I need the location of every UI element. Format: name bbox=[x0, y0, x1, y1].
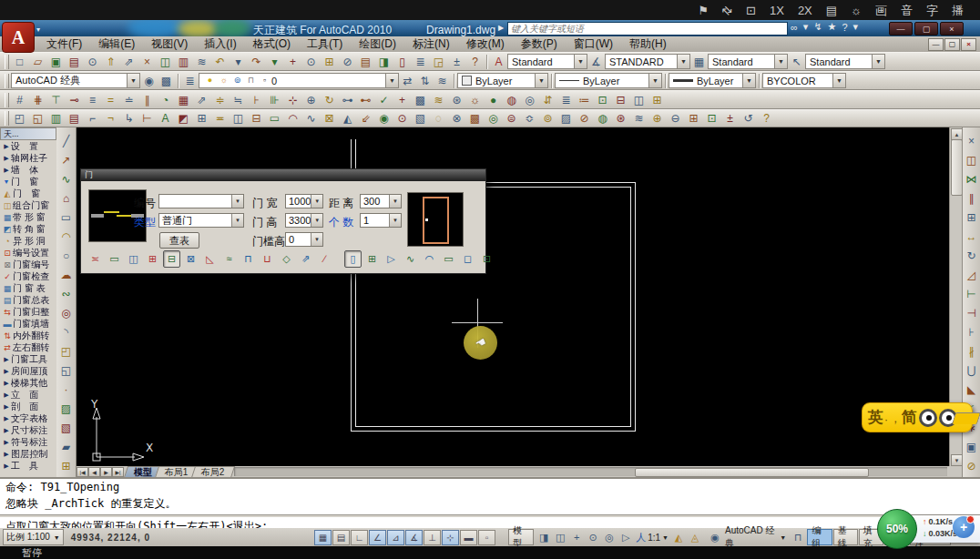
drawing-canvas[interactable]: ☚ Y X 门 编号 ▼ bbox=[77, 127, 949, 466]
dropdown-arrow-icon[interactable]: ▼ bbox=[127, 74, 139, 87]
dropdown-arrow-icon[interactable]: ▼ bbox=[574, 55, 587, 68]
tarch-tool-icon[interactable]: # bbox=[11, 91, 28, 108]
ducs-toggle[interactable]: ⊥ bbox=[424, 530, 441, 545]
pan-icon[interactable]: + bbox=[568, 530, 585, 544]
toolbar-grip[interactable] bbox=[5, 55, 9, 69]
dropdown-arrow-icon[interactable]: ▼ bbox=[774, 55, 787, 68]
standard-tool-icon[interactable]: ◫ bbox=[157, 53, 174, 70]
dropdown-arrow-icon[interactable]: ▼ bbox=[648, 74, 661, 87]
sidebar-item[interactable]: ◩转 角 窗 bbox=[0, 223, 56, 235]
layer-previous-icon[interactable]: ⇅ bbox=[416, 72, 434, 89]
showmotion-icon[interactable]: ▷ bbox=[618, 530, 634, 544]
layer-color-swatch[interactable]: ▫ bbox=[258, 72, 271, 89]
expand-arrow-icon[interactable]: ▶ bbox=[2, 451, 11, 458]
door-height-combo[interactable]: 3300▼ bbox=[285, 213, 323, 228]
standard-tool-icon[interactable]: ? bbox=[466, 53, 484, 70]
help-icon[interactable]: ? bbox=[842, 22, 847, 33]
expanded-arrow-icon[interactable]: ▼ bbox=[2, 178, 11, 185]
expand-arrow-icon[interactable]: ▶ bbox=[2, 368, 11, 375]
point-icon[interactable]: · bbox=[57, 380, 76, 399]
tarch-tool-icon[interactable]: ⊘ bbox=[576, 110, 593, 127]
rectangle-icon[interactable]: ▭ bbox=[57, 208, 76, 227]
steering-wheel-icon[interactable]: ◎ bbox=[601, 530, 618, 544]
annotate-icon[interactable]: ⊡ bbox=[746, 5, 756, 16]
expand-arrow-icon[interactable]: ▶ bbox=[2, 155, 11, 162]
sidebar-item[interactable]: ▼门 窗 bbox=[0, 176, 56, 188]
expand-arrow-icon[interactable]: ▶ bbox=[2, 439, 11, 446]
trim-icon[interactable]: ⊣ bbox=[963, 303, 980, 322]
screen-menu-header[interactable]: 天... bbox=[0, 127, 56, 140]
expand-arrow-icon[interactable]: ▶ bbox=[2, 380, 11, 387]
workspace-combo[interactable]: AutoCAD 经典▼ bbox=[11, 73, 140, 88]
standard-tool-icon[interactable]: ↶ bbox=[211, 53, 229, 70]
snap-toggle[interactable]: ▦ bbox=[314, 530, 332, 545]
tarch-tool-icon[interactable]: ● bbox=[485, 91, 502, 108]
tarch-tool-icon[interactable]: ▭ bbox=[266, 110, 283, 127]
tarch-tool-icon[interactable]: ↺ bbox=[740, 110, 757, 127]
search-input[interactable] bbox=[507, 22, 788, 36]
insert-mode-icon[interactable]: ⊔ bbox=[259, 250, 276, 268]
lwt-toggle[interactable]: ▬ bbox=[460, 530, 477, 545]
menu-item[interactable]: 插入(I) bbox=[196, 36, 244, 52]
insert-mode-icon[interactable]: ⇗ bbox=[297, 250, 314, 268]
tarch-tool-icon[interactable]: ⊖ bbox=[667, 110, 684, 127]
standard-tool-icon[interactable]: ⇗ bbox=[120, 53, 138, 70]
expand-arrow-icon[interactable]: ▶ bbox=[2, 167, 11, 174]
sidebar-item[interactable]: ▦门 窗 表 bbox=[0, 282, 56, 294]
insert-mode-icon[interactable]: ∕ bbox=[316, 250, 333, 268]
standard-tool-icon[interactable]: ◨ bbox=[375, 53, 393, 70]
standard-tool-icon[interactable]: ⊞ bbox=[321, 53, 338, 70]
expand-arrow-icon[interactable]: ▶ bbox=[2, 143, 11, 150]
otrack-toggle[interactable]: ∡ bbox=[405, 530, 423, 545]
standard-tool-icon[interactable]: ▣ bbox=[47, 53, 65, 70]
tab-layout2[interactable]: 布局2 bbox=[190, 466, 234, 478]
menu-item[interactable]: 窗口(W) bbox=[566, 36, 621, 52]
sidebar-item[interactable]: ⇄左右翻转 bbox=[0, 341, 56, 353]
tarch-tool-icon[interactable]: ⋕ bbox=[29, 91, 46, 108]
gradient-icon[interactable]: ▧ bbox=[57, 418, 76, 437]
zoom-icon[interactable]: ⊙ bbox=[585, 530, 601, 544]
tarch-tool-icon[interactable]: ≑ bbox=[211, 91, 229, 108]
mleader-style-icon[interactable]: ↖ bbox=[788, 53, 805, 70]
tarch-tool-icon[interactable]: ⊛ bbox=[612, 110, 629, 127]
quickview-drawings-icon[interactable]: ◫ bbox=[552, 530, 568, 544]
menu-item[interactable]: 帮助(H) bbox=[621, 36, 675, 52]
standard-tool-icon[interactable]: ▥ bbox=[175, 53, 192, 70]
region-icon[interactable]: ⊘ bbox=[963, 456, 980, 475]
menu-item[interactable]: 标注(N) bbox=[404, 36, 458, 52]
horizontal-scroll-thumb[interactable] bbox=[635, 468, 869, 477]
tarch-tool-icon[interactable]: ⊜ bbox=[503, 110, 520, 127]
standard-tool-icon[interactable]: ◲ bbox=[430, 53, 447, 70]
sidebar-item[interactable]: ⇅内外翻转 bbox=[0, 330, 56, 341]
tab-nav-icon[interactable]: ▶ bbox=[100, 467, 112, 477]
sidebar-item[interactable]: ◫组合门窗 bbox=[0, 199, 56, 211]
tarch-tool-icon[interactable]: ◎ bbox=[485, 110, 502, 127]
speed-2x-button[interactable]: 2X bbox=[798, 5, 812, 16]
tarch-tool-icon[interactable]: ↻ bbox=[321, 91, 338, 108]
toolbar-grip[interactable] bbox=[5, 74, 9, 88]
tarch-tool-icon[interactable]: ⊞ bbox=[648, 91, 666, 108]
sidebar-item[interactable]: ▶剖 面 bbox=[0, 401, 56, 412]
make-layer-current-icon[interactable]: ⇄ bbox=[399, 72, 416, 89]
copy-icon[interactable]: ◫ bbox=[963, 150, 980, 169]
tarch-tool-icon[interactable]: ± bbox=[721, 110, 739, 127]
sidebar-item[interactable]: ▶文字表格 bbox=[0, 412, 56, 424]
menu-item[interactable]: 格式(O) bbox=[245, 36, 299, 52]
dropdown-arrow-icon[interactable]: ▼ bbox=[535, 74, 547, 87]
tarch-tool-icon[interactable]: ⊪ bbox=[266, 91, 283, 108]
tarch-tool-icon[interactable]: = bbox=[102, 91, 119, 108]
door-number-combo[interactable]: ▼ bbox=[158, 194, 244, 208]
play-button[interactable]: 播 bbox=[952, 5, 964, 16]
revcloud-icon[interactable]: ☁ bbox=[57, 265, 76, 284]
lookup-table-button[interactable]: 查表 bbox=[159, 232, 199, 249]
tarch-tool-icon[interactable]: ⊟ bbox=[248, 110, 265, 127]
tarch-tool-icon[interactable]: ◠ bbox=[284, 110, 301, 127]
tarch-tool-icon[interactable]: ≐ bbox=[120, 91, 138, 108]
audio-button[interactable]: 音 bbox=[901, 5, 913, 16]
dyn-toggle[interactable]: ⊹ bbox=[442, 530, 459, 545]
pause-label[interactable]: 暂停 bbox=[22, 546, 42, 559]
join-icon[interactable]: ◣ bbox=[963, 380, 980, 399]
layer-properties-icon[interactable]: ≣ bbox=[181, 72, 199, 89]
annotation-visibility-icon[interactable]: ◭ bbox=[670, 530, 687, 544]
menu-item[interactable]: 视图(V) bbox=[143, 36, 196, 52]
